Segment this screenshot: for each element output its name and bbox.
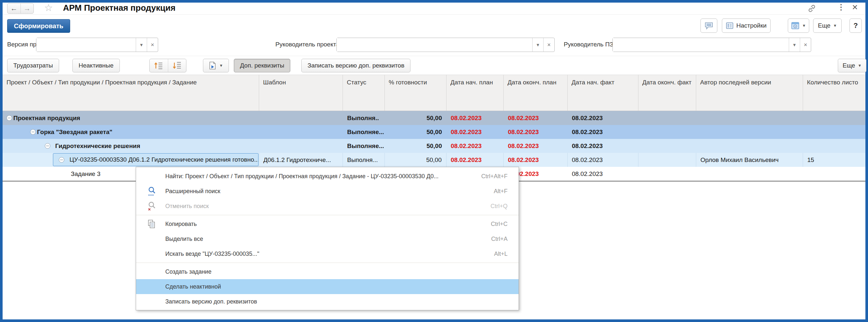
tree-cell[interactable]: Горка "Звездная ракета" (3, 125, 259, 139)
date-start-fact-cell[interactable]: 08.02.2023 (568, 139, 639, 153)
column-header-6[interactable]: Дата нач. факт (568, 75, 639, 111)
column-header-2[interactable]: Статус (343, 75, 385, 111)
context-menu-item[interactable]: Найти: Проект / Объект / Тип продукции /… (136, 169, 519, 184)
author-last-version-cell[interactable] (696, 125, 803, 139)
additional-attributes-button[interactable]: Доп. реквизиты (234, 59, 290, 72)
context-menu-item[interactable]: Сделать неактивной (136, 279, 519, 294)
column-header-1[interactable]: Шаблон (259, 75, 343, 111)
combo-dropdown-icon[interactable]: ▼ (532, 38, 543, 52)
tree-cell[interactable]: Гидротехнические решения (3, 139, 259, 153)
column-header-0[interactable]: Проект / Объект / Тип продукции / Проект… (3, 75, 259, 111)
template-cell[interactable] (259, 139, 343, 153)
combo-dropdown-icon[interactable]: ▼ (789, 38, 800, 52)
date-end-plan-cell[interactable]: 08.02.2023 (504, 153, 568, 167)
back-button[interactable]: ← (7, 4, 21, 13)
kebab-menu-icon[interactable]: ⋮ (837, 3, 845, 12)
context-menu-item[interactable]: Выделить всеCtrl+A (136, 231, 519, 246)
focused-cell[interactable]: ЦУ-03235-00003530 Д06.1.2 Гидротехническ… (53, 153, 258, 166)
percent-ready-cell[interactable]: 50,00 (385, 111, 446, 125)
expand-levels-button[interactable] (168, 59, 186, 72)
date-end-plan-cell[interactable]: 08.02.2023 (504, 139, 568, 153)
context-menu-item[interactable]: Записать версию доп. реквизитов (136, 294, 519, 309)
table-row[interactable]: Гидротехнические решенияВыполняе...50,00… (3, 139, 865, 153)
date-end-plan-cell[interactable]: 08.02.2023 (504, 111, 568, 125)
settings-button[interactable]: Настройки (722, 19, 771, 33)
project-manager-input[interactable] (337, 38, 532, 52)
date-start-plan-cell[interactable]: 08.02.2023 (446, 125, 504, 139)
status-cell[interactable]: Выполняе... (343, 139, 385, 153)
tree-collapse-icon[interactable] (59, 157, 64, 163)
context-menu-item[interactable]: КопироватьCtrl+C (136, 217, 519, 231)
tree-collapse-icon[interactable] (45, 143, 50, 149)
column-header-7[interactable]: Дата оконч. факт (639, 75, 696, 111)
tree-cell[interactable]: ЦУ-03235-00003530 Д06.1.2 Гидротехническ… (3, 153, 259, 167)
template-cell[interactable] (259, 125, 343, 139)
column-header-3[interactable]: % готовности (385, 75, 446, 111)
pz-manager-input[interactable] (613, 38, 789, 52)
more-button-table[interactable]: Еще ▼ (838, 59, 866, 72)
project-version-input[interactable] (36, 38, 136, 52)
combo-clear-icon[interactable]: × (543, 38, 554, 52)
date-start-fact-cell[interactable]: 08.02.2023 (568, 111, 639, 125)
date-start-fact-cell[interactable]: 08.02.2023 (568, 153, 639, 167)
column-header-4[interactable]: Дата нач. план (446, 75, 504, 111)
tree-cell[interactable]: Проектная продукция (3, 111, 259, 125)
output-document-button[interactable]: ▼ (203, 59, 228, 72)
link-icon[interactable] (807, 4, 816, 13)
author-last-version-cell[interactable]: Орлов Михаил Васильевич (696, 153, 803, 167)
percent-ready-cell[interactable]: 50,00 (385, 153, 446, 167)
sheet-count-cell[interactable] (803, 139, 868, 153)
sheet-count-cell[interactable] (803, 167, 868, 181)
tree-collapse-icon[interactable] (30, 129, 36, 135)
more-button-top[interactable]: Еще ▼ (813, 19, 842, 33)
context-menu-item[interactable]: Искать везде "ЦУ-03235-000035..."Alt+L (136, 246, 519, 261)
inactive-button[interactable]: Неактивные (72, 59, 120, 72)
context-menu-item[interactable]: Расширенный поискAlt+F (136, 184, 519, 199)
author-last-version-cell[interactable] (696, 167, 803, 181)
template-cell[interactable]: Д06.1.2 Гидротехниче... (259, 153, 343, 167)
sheet-count-cell[interactable] (803, 125, 868, 139)
collapse-levels-button[interactable] (150, 59, 168, 72)
close-icon[interactable]: × (852, 2, 858, 13)
date-start-plan-cell[interactable]: 08.02.2023 (446, 153, 504, 167)
forward-button[interactable]: → (21, 4, 33, 13)
template-cell[interactable] (259, 111, 343, 125)
date-start-fact-cell[interactable]: 08.02.2023 (568, 125, 639, 139)
status-cell[interactable]: Выполняе... (343, 125, 385, 139)
combo-clear-icon[interactable]: × (147, 38, 158, 52)
author-last-version-cell[interactable] (696, 139, 803, 153)
status-cell[interactable]: Выполня.. (343, 111, 385, 125)
labor-costs-button[interactable]: Трудозатраты (7, 59, 59, 72)
column-header-8[interactable]: Автор последней версии (696, 75, 803, 111)
date-end-fact-cell[interactable] (639, 111, 696, 125)
help-button[interactable]: ? (849, 19, 862, 33)
table-row[interactable]: Проектная продукцияВыполня..50,0008.02.2… (3, 111, 865, 125)
combo-clear-icon[interactable]: × (800, 38, 811, 52)
date-end-fact-cell[interactable] (639, 153, 696, 167)
comments-button[interactable] (701, 19, 717, 33)
status-cell[interactable]: Выполня... (343, 153, 385, 167)
percent-ready-cell[interactable]: 50,00 (385, 139, 446, 153)
context-menu-item[interactable]: Создать задание (136, 264, 519, 279)
date-start-plan-cell[interactable]: 08.02.2023 (446, 111, 504, 125)
date-end-plan-cell[interactable]: 08.02.2023 (504, 125, 568, 139)
date-start-plan-cell[interactable]: 08.02.2023 (446, 139, 504, 153)
date-end-fact-cell[interactable] (639, 167, 696, 181)
generate-button[interactable]: Сформировать (7, 19, 70, 33)
date-end-fact-cell[interactable] (639, 125, 696, 139)
combo-dropdown-icon[interactable]: ▼ (136, 38, 147, 52)
write-attributes-version-button[interactable]: Записать версию доп. реквизитов (301, 59, 410, 72)
percent-ready-cell[interactable]: 50,00 (385, 125, 446, 139)
column-header-5[interactable]: Дата оконч. план (504, 75, 568, 111)
table-row[interactable]: ЦУ-03235-00003530 Д06.1.2 Гидротехническ… (3, 153, 865, 167)
sheet-count-cell[interactable] (803, 111, 868, 125)
date-end-fact-cell[interactable] (639, 139, 696, 153)
table-row[interactable]: Горка "Звездная ракета"Выполняе...50,000… (3, 125, 865, 139)
column-header-9[interactable]: Количество листо (803, 75, 868, 111)
favorite-star-icon[interactable]: ☆ (44, 2, 53, 13)
author-last-version-cell[interactable] (696, 111, 803, 125)
date-start-fact-cell[interactable]: 08.02.2023 (568, 167, 639, 181)
sheet-count-cell[interactable]: 15 (803, 153, 868, 167)
report-variants-button[interactable]: ▼ (788, 19, 809, 33)
tree-collapse-icon[interactable] (6, 115, 12, 121)
